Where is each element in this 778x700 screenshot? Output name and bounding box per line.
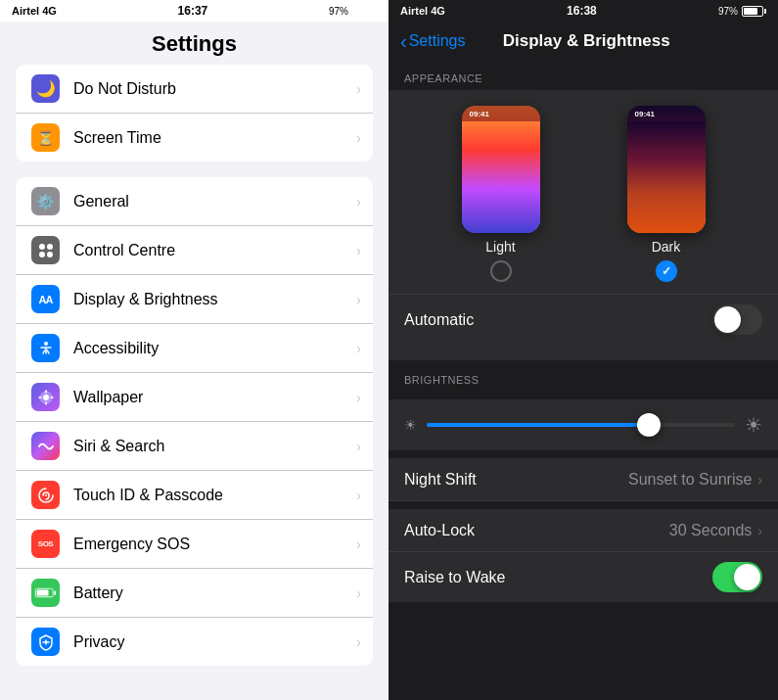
siri-search-label: Siri & Search: [73, 438, 352, 455]
control-centre-icon: [31, 236, 60, 264]
setting-row-control-centre[interactable]: Control Centre ›: [16, 226, 373, 275]
setting-row-emergency-sos[interactable]: SOS Emergency SOS ›: [16, 520, 373, 569]
screen-time-label: Screen Time: [73, 129, 352, 147]
auto-lock-row[interactable]: Auto-Lock 30 Seconds ›: [389, 509, 778, 552]
setting-row-battery[interactable]: Battery ›: [16, 569, 373, 618]
control-centre-label: Control Centre: [73, 242, 352, 259]
display-brightness-chevron: ›: [356, 292, 361, 307]
screen-time-chevron: ›: [356, 130, 361, 146]
do-not-disturb-icon: 🌙: [31, 74, 60, 103]
night-shift-value: Sunset to Sunrise: [628, 471, 752, 489]
automatic-label: Automatic: [404, 311, 712, 329]
status-bar-left: Airtel 4G 16:37 97%: [0, 0, 389, 22]
svg-point-6: [45, 494, 47, 496]
setting-row-general[interactable]: ⚙️ General ›: [16, 177, 373, 226]
battery-icon-left: [352, 6, 377, 17]
svg-point-1: [47, 244, 53, 250]
setting-row-display-brightness[interactable]: AA Display & Brightness ›: [16, 275, 373, 324]
svg-point-3: [47, 252, 53, 257]
do-not-disturb-label: Do Not Disturb: [73, 80, 352, 98]
brightness-thumb[interactable]: [637, 413, 661, 437]
brightness-section-header: BRIGHTNESS: [389, 362, 778, 392]
raise-to-wake-row[interactable]: Raise to Wake: [389, 552, 778, 602]
night-shift-row[interactable]: Night Shift Sunset to Sunrise ›: [389, 458, 778, 501]
dark-mode-option[interactable]: 09:41 Dark: [627, 106, 706, 282]
setting-row-touch-id-passcode[interactable]: Touch ID & Passcode ›: [16, 471, 373, 520]
general-label: General: [73, 193, 352, 210]
automatic-row[interactable]: Automatic: [389, 294, 778, 345]
battery-icon-right: [742, 6, 766, 17]
main-group-container: ⚙️ General › Control Centre › AA: [16, 177, 373, 666]
setting-row-wallpaper[interactable]: Wallpaper ›: [16, 373, 373, 422]
svg-point-2: [39, 252, 45, 257]
setting-row-siri-search[interactable]: Siri & Search ›: [16, 422, 373, 471]
wallpaper-label: Wallpaper: [73, 389, 352, 406]
appearance-container: 09:41 Light 09:41 Dark: [389, 90, 778, 360]
wallpaper-icon: [31, 383, 60, 411]
light-mode-radio[interactable]: [490, 260, 512, 282]
touch-id-label: Touch ID & Passcode: [73, 487, 352, 504]
touch-id-icon: [31, 481, 60, 509]
display-brightness-panel: Airtel 4G 16:38 97% ‹ Settings Display &…: [389, 0, 778, 700]
control-centre-chevron: ›: [356, 243, 361, 258]
back-button[interactable]: ‹ Settings: [400, 31, 465, 51]
battery-chevron: ›: [356, 585, 361, 601]
setting-row-privacy[interactable]: Privacy ›: [16, 618, 373, 666]
raise-to-wake-toggle[interactable]: [712, 562, 762, 592]
brightness-slider-track[interactable]: [427, 423, 735, 427]
svg-point-0: [39, 244, 45, 250]
back-label: Settings: [409, 32, 466, 50]
privacy-label: Privacy: [73, 633, 352, 651]
touch-id-chevron: ›: [356, 488, 361, 503]
setting-row-screen-time[interactable]: ⏳ Screen Time ›: [16, 114, 373, 162]
carrier-left: Airtel 4G: [12, 5, 57, 17]
light-mode-option[interactable]: 09:41 Light: [462, 106, 540, 282]
other-settings-group: Night Shift Sunset to Sunrise ›: [389, 458, 778, 501]
svg-point-4: [44, 342, 48, 346]
main-settings-group: ⚙️ General › Control Centre › AA: [16, 177, 373, 674]
auto-lock-chevron: ›: [757, 523, 762, 538]
battery-label: Battery: [73, 584, 352, 602]
top-group-container: 🌙 Do Not Disturb › ⏳ Screen Time ›: [16, 65, 373, 162]
privacy-icon: [31, 628, 60, 656]
display-brightness-icon: AA: [31, 285, 60, 313]
do-not-disturb-chevron: ›: [356, 81, 361, 97]
brightness-section: ☀ ☀: [389, 399, 778, 450]
brightness-fill: [427, 423, 649, 427]
svg-point-5: [43, 395, 49, 400]
light-mode-preview: 09:41: [462, 106, 540, 233]
dark-mode-radio[interactable]: [656, 260, 677, 282]
accessibility-chevron: ›: [356, 341, 361, 356]
emergency-sos-icon: SOS: [31, 530, 60, 558]
setting-row-do-not-disturb[interactable]: 🌙 Do Not Disturb ›: [16, 65, 373, 114]
night-shift-label: Night Shift: [404, 471, 628, 489]
automatic-toggle-knob: [714, 306, 741, 333]
light-preview-time: 09:41: [470, 110, 489, 118]
time-right: 16:38: [567, 4, 597, 18]
display-brightness-content: APPEARANCE 09:41 Light: [389, 61, 778, 700]
automatic-toggle[interactable]: [712, 304, 762, 335]
battery-percent-left: 97%: [329, 6, 348, 17]
wallpaper-chevron: ›: [356, 390, 361, 405]
back-chevron-icon: ‹: [400, 31, 407, 51]
setting-row-accessibility[interactable]: Accessibility ›: [16, 324, 373, 373]
night-shift-chevron: ›: [757, 472, 762, 488]
raise-to-wake-label: Raise to Wake: [404, 569, 712, 586]
settings-list-panel: Airtel 4G 16:37 97% Settings 🌙 Do Not Di…: [0, 0, 389, 700]
appearance-options: 09:41 Light 09:41 Dark: [389, 106, 778, 282]
siri-search-icon: [31, 432, 60, 460]
status-icons-right: 97%: [718, 6, 766, 17]
auto-lock-value: 30 Seconds: [669, 522, 753, 539]
emergency-sos-label: Emergency SOS: [73, 536, 352, 553]
dark-mode-label: Dark: [652, 239, 681, 255]
dark-mode-preview: 09:41: [627, 106, 706, 233]
lock-settings-group: Auto-Lock 30 Seconds › Raise to Wake: [389, 509, 778, 602]
auto-lock-label: Auto-Lock: [404, 522, 669, 539]
brightness-row: ☀ ☀: [404, 413, 762, 437]
siri-search-chevron: ›: [356, 439, 361, 454]
right-nav-bar: ‹ Settings Display & Brightness: [389, 22, 778, 61]
dark-preview-time: 09:41: [635, 110, 655, 118]
top-settings-group: 🌙 Do Not Disturb › ⏳ Screen Time ›: [16, 65, 373, 169]
battery-percent-right: 97%: [718, 6, 738, 17]
emergency-sos-chevron: ›: [356, 537, 361, 552]
